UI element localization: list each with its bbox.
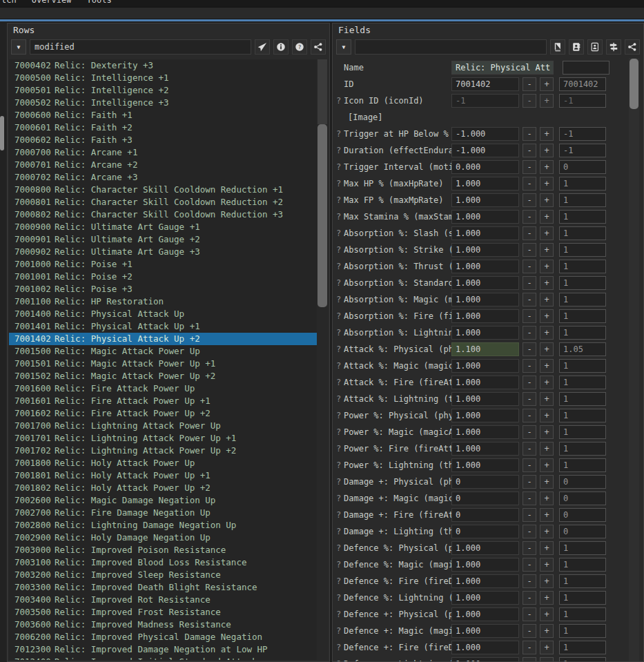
decrement-button[interactable]: - <box>523 541 536 555</box>
table-row[interactable]: 7002800Relic: Lightning Damage Negation … <box>9 519 328 532</box>
table-row[interactable]: 7001702Relic: Lightning Attack Power Up … <box>9 445 328 457</box>
field-value-input[interactable]: 1.100 <box>451 342 519 356</box>
table-row[interactable]: 7003300Relic: Improved Death Blight Resi… <box>9 581 328 594</box>
increment-button[interactable]: + <box>540 392 554 406</box>
table-row[interactable]: 7000901Relic: Ultimate Art Gauge +2 <box>9 233 328 246</box>
decrement-button[interactable]: - <box>523 442 536 456</box>
increment-button[interactable]: + <box>540 491 554 505</box>
fields-filter-dropdown-button[interactable]: ▼ <box>336 39 351 55</box>
field-value-input[interactable]: 1.000 <box>451 409 519 422</box>
field-value-input[interactable]: 1.000 <box>451 359 519 373</box>
field-value-input[interactable]: 1.000 <box>451 591 519 605</box>
field-value-input[interactable]: 0 <box>451 525 519 538</box>
field-value-input[interactable]: 1.000 <box>451 425 519 439</box>
table-row[interactable]: 7000502Relic: Intelligence +3 <box>9 97 328 109</box>
decrement-button[interactable]: - <box>523 94 536 108</box>
decrement-button[interactable]: - <box>523 525 536 538</box>
decrement-button[interactable]: - <box>523 127 536 141</box>
decrement-button[interactable]: - <box>523 226 536 240</box>
table-row[interactable]: 7003600Relic: Improved Madness Resistanc… <box>9 619 328 631</box>
decrement-button[interactable]: - <box>523 77 536 91</box>
increment-button[interactable]: + <box>540 508 554 522</box>
increment-button[interactable]: + <box>540 574 554 588</box>
field-value-input[interactable]: 1.000 <box>451 376 519 389</box>
field-value-input[interactable]: 1.000 <box>451 574 519 588</box>
table-row[interactable]: 7001601Relic: Fire Attack Power Up +1 <box>9 395 328 407</box>
fields-scrollbar[interactable] <box>629 58 639 661</box>
goto-selected-row-button[interactable] <box>255 39 270 55</box>
table-row[interactable]: 7000602Relic: Faith +3 <box>9 134 328 146</box>
field-value-input[interactable]: 1.000 <box>451 193 519 207</box>
field-value-input[interactable]: 1.000 <box>451 558 519 572</box>
field-value-input[interactable]: 7001402 <box>451 77 519 91</box>
field-offsets-button[interactable] <box>606 39 621 55</box>
increment-button[interactable]: + <box>540 376 554 389</box>
increment-button[interactable]: + <box>540 458 554 472</box>
field-value-input[interactable]: 0 <box>451 508 519 522</box>
fields-scrollbar-thumb[interactable] <box>630 59 638 109</box>
table-row[interactable]: 7001002Relic: Poise +3 <box>9 283 328 295</box>
increment-button[interactable]: + <box>540 442 554 456</box>
decrement-button[interactable]: - <box>523 243 536 257</box>
decrement-button[interactable]: - <box>523 458 536 472</box>
table-row[interactable]: 7001502Relic: Magic Attack Power Up +2 <box>9 370 328 382</box>
increment-button[interactable]: + <box>540 243 554 257</box>
decrement-button[interactable]: - <box>523 210 536 224</box>
table-row[interactable]: 7002700Relic: Fire Damage Negation Up <box>9 507 328 519</box>
increment-button[interactable]: + <box>540 276 554 290</box>
field-value-input[interactable]: 1.000 <box>451 210 519 224</box>
gutter-scrollbar-thumb[interactable] <box>0 116 4 150</box>
decrement-button[interactable]: - <box>523 491 536 505</box>
field-value-input[interactable]: 1.000 <box>451 226 519 240</box>
fields-search-input[interactable] <box>355 39 547 55</box>
rows-pin-groups-button[interactable] <box>311 39 326 55</box>
rows-filter-dropdown-button[interactable]: ▼ <box>11 39 26 55</box>
field-value-input[interactable]: 1.000 <box>451 260 519 273</box>
table-row[interactable]: 7000800Relic: Character Skill Cooldown R… <box>9 184 328 196</box>
decrement-button[interactable]: - <box>523 342 536 356</box>
menu-item-overview[interactable]: Overview <box>32 0 72 5</box>
table-row[interactable]: 7012300Relic: Improved Damage Negation a… <box>9 643 328 656</box>
increment-button[interactable]: + <box>540 77 554 91</box>
table-row[interactable]: 7001602Relic: Fire Attack Power Up +2 <box>9 407 328 420</box>
table-row[interactable]: 7001801Relic: Holy Attack Power Up +1 <box>9 469 328 482</box>
field-descriptions-button[interactable] <box>550 39 565 55</box>
table-row[interactable]: 7000702Relic: Arcane +3 <box>9 171 328 184</box>
decrement-button[interactable]: - <box>523 144 536 157</box>
increment-button[interactable]: + <box>540 525 554 538</box>
decrement-button[interactable]: - <box>523 309 536 323</box>
table-row[interactable]: 7000600Relic: Faith +1 <box>9 109 328 121</box>
decrement-button[interactable]: - <box>523 160 536 174</box>
increment-button[interactable]: + <box>540 607 554 621</box>
field-value-input[interactable]: 1.000 <box>451 657 519 661</box>
menu-item-partial[interactable]: tch <box>1 0 17 5</box>
table-row[interactable]: 7001401Relic: Physical Attack Up +1 <box>9 320 328 333</box>
field-value-input[interactable]: -1.000 <box>451 127 519 141</box>
decrement-button[interactable]: - <box>523 425 536 439</box>
field-value-input[interactable]: 1.000 <box>451 276 519 290</box>
increment-button[interactable]: + <box>540 210 554 224</box>
table-row[interactable]: 7001802Relic: Holy Attack Power Up +2 <box>9 482 328 494</box>
decrement-button[interactable]: - <box>523 376 536 389</box>
table-row[interactable]: 7001500Relic: Magic Attack Power Up <box>9 345 328 358</box>
increment-button[interactable]: + <box>540 144 554 157</box>
decrement-button[interactable]: - <box>523 359 536 373</box>
decrement-button[interactable]: - <box>523 392 536 406</box>
increment-button[interactable]: + <box>540 160 554 174</box>
decrement-button[interactable]: - <box>523 409 536 422</box>
rows-info-button[interactable] <box>273 39 289 55</box>
field-value-input[interactable]: -1 <box>451 94 519 108</box>
field-value-input[interactable]: 1.000 <box>451 624 519 638</box>
increment-button[interactable]: + <box>540 541 554 555</box>
increment-button[interactable]: + <box>540 657 554 661</box>
increment-button[interactable]: + <box>540 193 554 207</box>
field-value-input[interactable]: 1.000 <box>451 607 519 621</box>
table-row[interactable]: 7001400Relic: Physical Attack Up <box>9 308 328 320</box>
table-row[interactable]: 7003100Relic: Improved Blood Loss Resist… <box>9 556 328 569</box>
table-row[interactable]: 7002900Relic: Holy Damage Negation Up <box>9 532 328 544</box>
table-row[interactable]: 7001000Relic: Poise +1 <box>9 258 328 271</box>
increment-button[interactable]: + <box>540 359 554 373</box>
decrement-button[interactable]: - <box>523 641 536 654</box>
increment-button[interactable]: + <box>540 591 554 605</box>
rows-scrollbar-track-upper[interactable] <box>318 59 327 124</box>
